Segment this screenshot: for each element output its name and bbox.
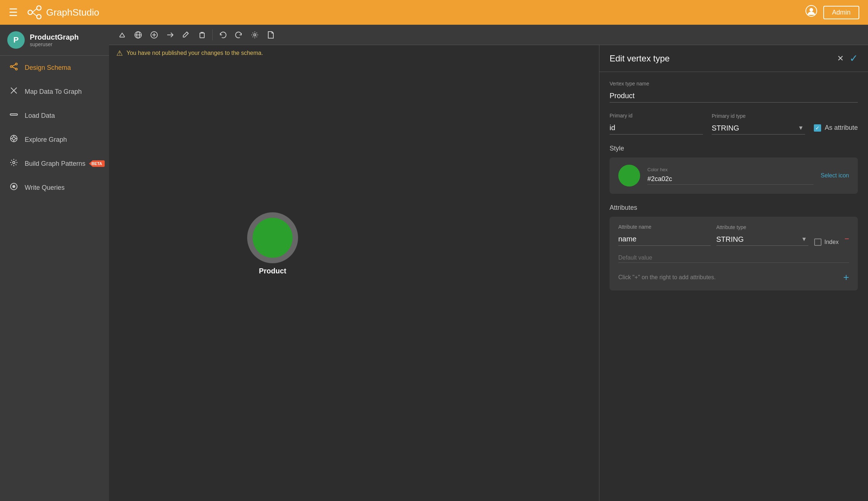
svg-point-23 [13, 185, 15, 188]
vertex-type-name-group: Vertex type name [610, 81, 858, 103]
add-attr-hint: Click "+" on the right to add attributes… [618, 274, 716, 281]
primary-id-type-label: Primary id type [712, 113, 805, 119]
sidebar-item-map-data[interactable]: Map Data To Graph [0, 80, 109, 104]
sidebar-item-label: Load Data [25, 112, 55, 120]
checkbox-check-icon: ✓ [815, 125, 820, 131]
sidebar-item-design-schema[interactable]: Design Schema [0, 56, 109, 80]
attr-type-group: Attribute type STRING INT UINT FLOAT DOU… [716, 224, 809, 246]
sidebar-item-label: Design Schema [25, 64, 71, 72]
primary-id-type-select[interactable]: STRING INT UINT FLOAT DOUBLE BOOL [712, 122, 805, 134]
toolbar-edit-button[interactable] [179, 28, 193, 42]
topbar-left: ☰ GraphStudio [9, 4, 99, 20]
style-box: Color hex Select icon [610, 157, 858, 194]
attributes-section: Attributes Attribute name Attribute type [610, 204, 858, 290]
primary-id-group: Primary id [610, 113, 703, 135]
panel-close-button[interactable]: ✕ [837, 54, 844, 63]
sidebar-item-explore-graph[interactable]: Explore Graph [0, 128, 109, 152]
topbar: ☰ GraphStudio Admin [0, 0, 868, 25]
add-attribute-button[interactable]: + [843, 272, 849, 283]
svg-point-6 [809, 8, 813, 12]
write-queries-icon [9, 182, 19, 193]
attr-type-select[interactable]: STRING INT UINT FLOAT DOUBLE BOOL [716, 233, 809, 245]
sidebar-item-label: Write Queries [25, 184, 65, 192]
as-attribute-group: ✓ As attribute [814, 124, 858, 135]
svg-point-34 [254, 34, 256, 36]
attributes-box: Attribute name Attribute type STRING INT [610, 217, 858, 290]
edit-panel: Edit vertex type ✕ ✓ Vertex type name Pr… [599, 45, 868, 501]
primary-id-label: Primary id [610, 113, 703, 119]
vertex-type-name-input[interactable] [610, 89, 858, 103]
as-attribute-checkbox[interactable]: ✓ [814, 124, 821, 132]
attr-index-group: Index [814, 239, 839, 246]
attr-type-label: Attribute type [716, 224, 809, 230]
panel-confirm-button[interactable]: ✓ [849, 52, 858, 64]
attributes-label: Attributes [610, 204, 858, 212]
color-circle [618, 165, 640, 187]
toolbar-undo-button[interactable] [216, 28, 230, 42]
sidebar-item-label: Explore Graph [25, 136, 67, 144]
svg-point-9 [16, 68, 17, 70]
graph-name: ProductGraph [30, 33, 79, 41]
map-data-icon [9, 86, 19, 97]
primary-id-type-group: Primary id type STRING INT UINT FLOAT DO… [712, 113, 805, 135]
logo-text: GraphStudio [46, 7, 99, 18]
build-graph-icon [9, 158, 19, 169]
admin-button[interactable]: Admin [823, 6, 859, 19]
attr-index-label: Index [824, 239, 839, 245]
toolbar-add-button[interactable] [147, 28, 161, 42]
default-value-row [618, 253, 849, 263]
svg-point-7 [11, 66, 12, 68]
attr-name-input[interactable] [618, 233, 711, 246]
default-value-input[interactable] [618, 253, 849, 263]
sidebar-item-label: Map Data To Graph [25, 88, 82, 96]
svg-point-1 [37, 6, 41, 10]
add-attribute-row: Click "+" on the right to add attributes… [618, 268, 849, 283]
svg-rect-33 [200, 33, 204, 38]
attr-name-group: Attribute name [618, 224, 711, 246]
svg-point-16 [12, 137, 15, 140]
hamburger-icon[interactable]: ☰ [9, 7, 18, 19]
attr-name-label: Attribute name [618, 224, 711, 230]
vertex-node[interactable]: Product [247, 212, 298, 275]
svg-point-0 [28, 10, 32, 15]
edit-panel-body: Vertex type name Primary id Primary id t… [599, 72, 868, 299]
svg-line-3 [32, 9, 37, 12]
toolbar-redo-button[interactable] [232, 28, 246, 42]
toolbar-delete-button[interactable] [195, 28, 209, 42]
toolbar-arrow-button[interactable] [163, 28, 177, 42]
graph-avatar: P [7, 31, 25, 49]
attr-remove-button[interactable]: − [844, 234, 849, 246]
canvas-area: ⚠ You have not published your changes to… [109, 45, 868, 501]
edit-panel-title: Edit vertex type [610, 53, 670, 64]
main: ⚠ You have not published your changes to… [109, 25, 868, 501]
vertex-circle-inner [253, 218, 293, 258]
toolbar-globe-button[interactable] [131, 28, 145, 42]
primary-id-input[interactable] [610, 121, 703, 135]
edit-panel-actions: ✕ ✓ [837, 52, 858, 64]
logo: GraphStudio [27, 4, 99, 20]
vertex-circle-outer [247, 212, 298, 263]
attr-type-select-wrapper: STRING INT UINT FLOAT DOUBLE BOOL ▼ [716, 233, 809, 246]
svg-line-11 [12, 67, 16, 69]
sidebar-item-write-queries[interactable]: Write Queries [0, 176, 109, 200]
warning-icon: ⚠ [116, 49, 123, 57]
explore-graph-icon [9, 134, 19, 145]
toolbar-up-button[interactable] [115, 28, 129, 42]
sidebar-item-build-graph[interactable]: Build Graph Patterns BETA [0, 152, 109, 176]
user-icon[interactable] [805, 5, 817, 20]
attr-index-checkbox[interactable] [814, 239, 821, 246]
sidebar: P ProductGraph superuser Design Schema M… [0, 25, 109, 501]
color-hex-input[interactable] [647, 174, 813, 185]
style-label: Style [610, 145, 858, 152]
toolbar-settings-button[interactable] [248, 28, 262, 42]
select-icon-button[interactable]: Select icon [821, 172, 849, 179]
svg-rect-14 [10, 114, 17, 115]
vertex-type-name-label: Vertex type name [610, 81, 858, 87]
style-section: Style Color hex Select icon [610, 145, 858, 194]
color-info: Color hex [647, 167, 813, 185]
svg-point-21 [13, 161, 15, 164]
svg-point-8 [16, 63, 17, 65]
sidebar-item-load-data[interactable]: Load Data [0, 104, 109, 128]
sidebar-item-label: Build Graph Patterns [25, 160, 85, 168]
toolbar-doc-button[interactable] [264, 28, 278, 42]
